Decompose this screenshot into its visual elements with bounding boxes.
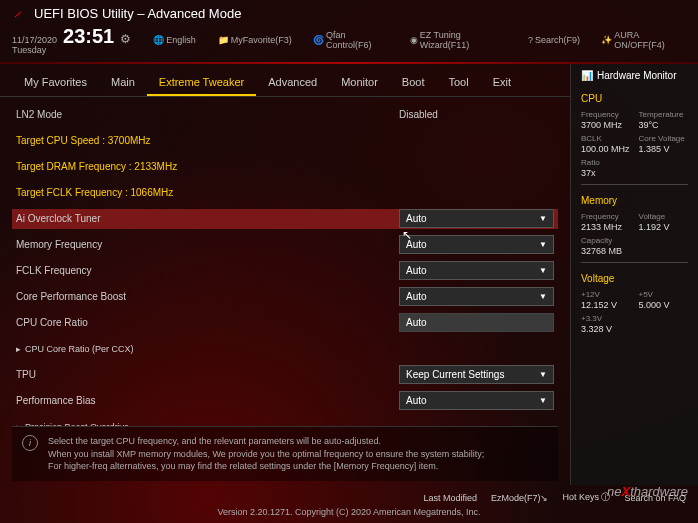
v5: 5.000 V <box>639 300 689 310</box>
gear-icon[interactable]: ⚙ <box>120 32 131 46</box>
target-fclk-row: Target FCLK Frequency : 1066MHz <box>12 183 558 203</box>
v12: 12.152 V <box>581 300 631 310</box>
tab-boot[interactable]: Boot <box>390 70 437 96</box>
rog-logo: ⟋ <box>12 8 24 20</box>
chevron-down-icon: ▼ <box>539 396 547 405</box>
aura-button[interactable]: ✨ AURA ON/OFF(F4) <box>590 30 686 50</box>
mem-cap: 32768 MB <box>581 246 688 256</box>
bios-title: UEFI BIOS Utility – Advanced Mode <box>34 6 241 21</box>
hardware-monitor-sidebar: 📊 Hardware Monitor CPU Frequency3700 MHz… <box>570 64 698 485</box>
version-text: Version 2.20.1271. Copyright (C) 2020 Am… <box>12 507 686 517</box>
tab-main[interactable]: Main <box>99 70 147 96</box>
ln2-value: Disabled <box>399 109 554 120</box>
time: 23:51 <box>63 25 114 48</box>
ai-overclock-dropdown[interactable]: Auto▼ <box>399 209 554 228</box>
target-dram-row: Target DRAM Frequency : 2133MHz <box>12 157 558 177</box>
memory-section: Memory <box>581 195 688 206</box>
ai-overclock-row[interactable]: Ai Overclock Tuner Auto▼ <box>12 209 558 229</box>
cpu-temp: 39°C <box>639 120 689 130</box>
mem-volt: 1.192 V <box>639 222 689 232</box>
memory-freq-dropdown[interactable]: Auto▼ <box>399 235 554 254</box>
tab-tool[interactable]: Tool <box>436 70 480 96</box>
language-selector[interactable]: 🌐 English <box>141 35 196 45</box>
perf-bias-dropdown[interactable]: Auto▼ <box>399 391 554 410</box>
ai-overclock-label: Ai Overclock Tuner <box>16 213 399 224</box>
cpu-core-ratio-row[interactable]: CPU Core Ratio Auto <box>12 313 558 333</box>
hotkeys-button[interactable]: Hot Keys ⓘ <box>562 491 610 504</box>
fclk-freq-dropdown[interactable]: Auto▼ <box>399 261 554 280</box>
tpu-row[interactable]: TPU Keep Current Settings▼ <box>12 365 558 385</box>
v33: 3.328 V <box>581 324 688 334</box>
tab-extreme-tweaker[interactable]: Extreme Tweaker <box>147 70 256 96</box>
cpu-core-ratio-field[interactable]: Auto <box>399 313 554 332</box>
day: Tuesday <box>12 46 57 56</box>
voltage-section: Voltage <box>581 273 688 284</box>
info-icon: i <box>22 435 38 451</box>
chevron-down-icon: ▼ <box>539 240 547 249</box>
eztuning-button[interactable]: ◉ EZ Tuning Wizard(F11) <box>398 30 506 50</box>
precision-boost-row[interactable]: ▸ Precision Boost Overdrive <box>12 417 558 426</box>
main-tabs: My Favorites Main Extreme Tweaker Advanc… <box>0 64 570 97</box>
fclk-freq-row[interactable]: FCLK Frequency Auto▼ <box>12 261 558 281</box>
cpu-bclk: 100.00 MHz <box>581 144 631 154</box>
chevron-down-icon: ▼ <box>539 292 547 301</box>
cpu-core-ratio-ccx-row[interactable]: ▸ CPU Core Ratio (Per CCX) <box>12 339 558 359</box>
tpu-dropdown[interactable]: Keep Current Settings▼ <box>399 365 554 384</box>
target-cpu-row: Target CPU Speed : 3700MHz <box>12 131 558 151</box>
cpu-ratio: 37x <box>581 168 688 178</box>
memory-freq-row[interactable]: Memory Frequency Auto▼ <box>12 235 558 255</box>
ln2-label: LN2 Mode <box>16 109 399 120</box>
last-modified-button[interactable]: Last Modified <box>423 493 477 503</box>
core-voltage: 1.385 V <box>639 144 689 154</box>
datetime: 11/17/2020 Tuesday 23:51 ⚙ <box>12 25 131 56</box>
tab-my-favorites[interactable]: My Favorites <box>12 70 99 96</box>
core-boost-dropdown[interactable]: Auto▼ <box>399 287 554 306</box>
mem-freq: 2133 MHz <box>581 222 631 232</box>
chevron-down-icon: ▼ <box>539 266 547 275</box>
help-text: i Select the target CPU frequency, and t… <box>12 426 558 481</box>
myfavorite-button[interactable]: 📁 MyFavorite(F3) <box>206 35 292 45</box>
ezmode-button[interactable]: EzMode(F7)↘ <box>491 493 549 503</box>
tab-advanced[interactable]: Advanced <box>256 70 329 96</box>
expand-arrow-icon: ▸ <box>16 344 21 354</box>
core-boost-row[interactable]: Core Performance Boost Auto▼ <box>12 287 558 307</box>
perf-bias-row[interactable]: Performance Bias Auto▼ <box>12 391 558 411</box>
ln2-mode-row: LN2 Mode Disabled <box>12 105 558 125</box>
chevron-down-icon: ▼ <box>539 370 547 379</box>
qfan-button[interactable]: 🌀 Qfan Control(F6) <box>302 30 389 50</box>
cpu-section: CPU <box>581 93 688 104</box>
watermark: neXtnexthardwarehardware <box>607 484 688 499</box>
tab-monitor[interactable]: Monitor <box>329 70 390 96</box>
cpu-freq: 3700 MHz <box>581 120 631 130</box>
chevron-down-icon: ▼ <box>539 214 547 223</box>
search-button[interactable]: ? Search(F9) <box>516 35 580 45</box>
tab-exit[interactable]: Exit <box>481 70 523 96</box>
hw-monitor-title: 📊 Hardware Monitor <box>581 70 688 81</box>
